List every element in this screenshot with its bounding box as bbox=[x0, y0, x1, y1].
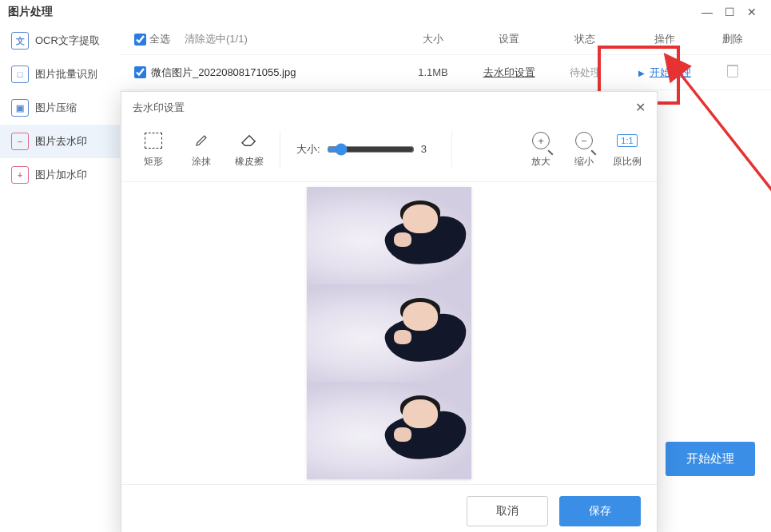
col-settings: 设置 bbox=[469, 32, 549, 46]
save-button[interactable]: 保存 bbox=[559, 496, 641, 526]
sidebar-item-label: OCR文字提取 bbox=[35, 34, 100, 48]
table-row: 微信图片_20220808171055.jpg 1.1MB 去水印设置 待处理 … bbox=[120, 55, 771, 90]
sidebar-item-label: 图片加水印 bbox=[35, 168, 87, 182]
rectangle-icon bbox=[145, 133, 162, 149]
sidebar-item-ocr[interactable]: 文 OCR文字提取 bbox=[0, 24, 120, 58]
maximize-button[interactable]: ☐ bbox=[718, 6, 741, 18]
zoom-in-icon: + bbox=[532, 132, 550, 149]
brush-tool-label: 涂抹 bbox=[177, 155, 225, 169]
canvas-area[interactable] bbox=[121, 182, 657, 484]
app-title: 图片处理 bbox=[8, 5, 53, 19]
sidebar-item-label: 图片压缩 bbox=[35, 101, 77, 115]
col-operation: 操作 bbox=[621, 32, 709, 46]
image-preview[interactable] bbox=[307, 187, 471, 479]
watermark-settings-link[interactable]: 去水印设置 bbox=[483, 66, 535, 78]
zoom-in-label: 放大 bbox=[519, 155, 562, 169]
clear-selection-link[interactable]: 清除选中(1/1) bbox=[185, 32, 248, 46]
dialog-toolbar: 矩形 涂抹 橡皮擦 大小: 3 + 放大 − bbox=[121, 123, 657, 182]
brush-tool[interactable]: 涂抹 bbox=[177, 129, 225, 169]
size-label: 大小: bbox=[296, 142, 320, 157]
ocr-icon: 文 bbox=[11, 32, 29, 50]
rect-tool-label: 矩形 bbox=[129, 155, 177, 169]
row-checkbox[interactable] bbox=[134, 66, 146, 78]
sidebar-item-label: 图片去水印 bbox=[35, 134, 87, 149]
close-button[interactable]: ✕ bbox=[741, 6, 763, 18]
sidebar-item-label: 图片批量识别 bbox=[35, 67, 97, 81]
row-delete-button[interactable] bbox=[709, 65, 757, 80]
svg-line-0 bbox=[678, 70, 771, 296]
divider bbox=[280, 131, 280, 168]
row-filename: 微信图片_20220808171055.jpg bbox=[151, 66, 296, 80]
row-size: 1.1MB bbox=[397, 66, 469, 78]
zoom-in-button[interactable]: + 放大 bbox=[519, 129, 562, 169]
zoom-out-icon: − bbox=[575, 132, 593, 149]
sidebar: 文 OCR文字提取 □ 图片批量识别 ▣ 图片压缩 – 图片去水印 + 图片加水… bbox=[0, 24, 120, 532]
dialog-close-button[interactable]: ✕ bbox=[635, 100, 646, 115]
sidebar-item-batch-ocr[interactable]: □ 图片批量识别 bbox=[0, 58, 120, 91]
one-to-one-icon: 1:1 bbox=[617, 134, 637, 147]
trash-icon bbox=[727, 65, 738, 77]
zoom-reset-label: 原比例 bbox=[606, 155, 649, 169]
size-slider[interactable] bbox=[327, 143, 415, 156]
watermark-settings-dialog: 去水印设置 ✕ 矩形 涂抹 橡皮擦 大小: 3 bbox=[121, 91, 658, 532]
divider bbox=[451, 131, 452, 168]
eraser-tool[interactable]: 橡皮擦 bbox=[225, 129, 273, 169]
row-filename-cell: 微信图片_20220808171055.jpg bbox=[134, 66, 397, 80]
pencil-icon bbox=[177, 129, 225, 152]
compress-icon: ▣ bbox=[11, 99, 29, 117]
col-size: 大小 bbox=[397, 32, 469, 46]
dialog-title: 去水印设置 bbox=[133, 101, 185, 115]
row-operation: ▶ 开始处理 bbox=[621, 66, 709, 80]
remove-watermark-icon: – bbox=[11, 133, 29, 150]
cancel-button[interactable]: 取消 bbox=[467, 496, 548, 526]
eraser-tool-label: 橡皮擦 bbox=[225, 155, 273, 169]
sidebar-item-compress[interactable]: ▣ 图片压缩 bbox=[0, 91, 120, 125]
row-settings: 去水印设置 bbox=[469, 66, 549, 80]
rect-tool[interactable]: 矩形 bbox=[129, 129, 177, 169]
dialog-titlebar: 去水印设置 ✕ bbox=[121, 92, 657, 123]
title-bar: 图片处理 — ☐ ✕ bbox=[0, 0, 771, 24]
zoom-out-button[interactable]: − 缩小 bbox=[562, 129, 606, 169]
batch-ocr-icon: □ bbox=[11, 66, 29, 83]
zoom-reset-button[interactable]: 1:1 原比例 bbox=[606, 129, 649, 169]
sidebar-item-remove-watermark[interactable]: – 图片去水印 bbox=[0, 125, 120, 158]
select-all-label: 全选 bbox=[149, 32, 170, 46]
select-all-input[interactable] bbox=[134, 34, 146, 46]
add-watermark-icon: + bbox=[11, 166, 29, 184]
start-process-link[interactable]: 开始处理 bbox=[650, 66, 691, 78]
select-all-checkbox[interactable]: 全选 bbox=[134, 32, 170, 46]
eraser-icon bbox=[225, 129, 273, 152]
col-delete: 删除 bbox=[709, 32, 757, 46]
col-status: 状态 bbox=[549, 32, 621, 46]
sidebar-item-add-watermark[interactable]: + 图片加水印 bbox=[0, 158, 120, 192]
row-status: 待处理 bbox=[549, 66, 621, 80]
play-icon: ▶ bbox=[638, 69, 645, 77]
size-value: 3 bbox=[421, 143, 435, 155]
annotation-arrow bbox=[671, 64, 771, 314]
start-processing-button[interactable]: 开始处理 bbox=[666, 442, 755, 476]
size-control: 大小: 3 bbox=[296, 142, 435, 157]
table-header: 全选 清除选中(1/1) 大小 设置 状态 操作 删除 bbox=[120, 24, 771, 55]
zoom-out-label: 缩小 bbox=[562, 155, 606, 169]
dialog-footer: 取消 保存 bbox=[121, 484, 657, 532]
minimize-button[interactable]: — bbox=[696, 6, 718, 18]
